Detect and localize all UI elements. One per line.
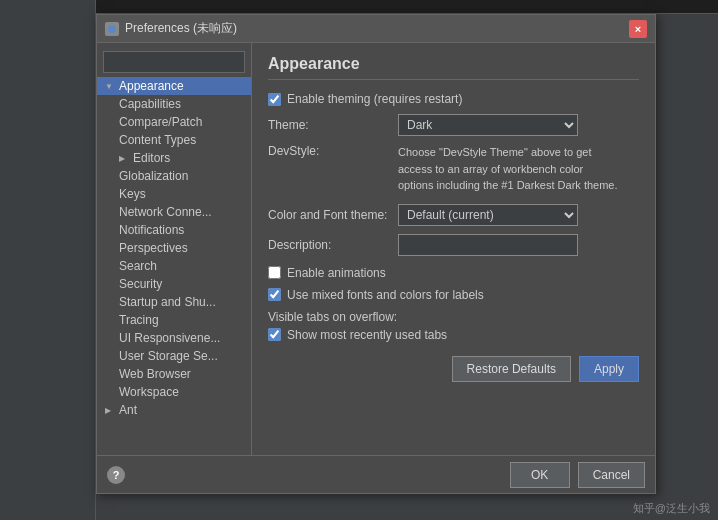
restore-defaults-button[interactable]: Restore Defaults: [452, 356, 571, 382]
preferences-dialog: Preferences (未响应) × ▼ Appearance Capabil…: [96, 14, 656, 494]
search-input[interactable]: [103, 51, 245, 73]
show-most-recent-row: Show most recently used tabs: [268, 328, 639, 342]
enable-animations-row: Enable animations: [268, 266, 639, 280]
sidebar-item-ant[interactable]: ▶ Ant: [97, 401, 251, 419]
titlebar-title: Preferences (未响应): [125, 20, 237, 37]
enable-animations-label: Enable animations: [287, 266, 386, 280]
enable-animations-checkbox[interactable]: [268, 266, 281, 279]
theme-label: Theme:: [268, 118, 398, 132]
help-button[interactable]: ?: [107, 466, 125, 484]
enable-theming-label: Enable theming (requires restart): [287, 92, 462, 106]
enable-theming-row: Enable theming (requires restart): [268, 92, 639, 106]
theme-row: Theme: Dark Light Classic: [268, 114, 639, 136]
sidebar-item-perspectives[interactable]: Perspectives: [97, 239, 251, 257]
sidebar-item-workspace[interactable]: Workspace: [97, 383, 251, 401]
sidebar-item-content-types[interactable]: Content Types: [97, 131, 251, 149]
arrow-icon: ▶: [105, 406, 115, 415]
content-title: Appearance: [268, 55, 639, 80]
sidebar-item-keys[interactable]: Keys: [97, 185, 251, 203]
sidebar-item-network-connections[interactable]: Network Conne...: [97, 203, 251, 221]
description-input[interactable]: [398, 234, 578, 256]
sidebar-item-globalization[interactable]: Globalization: [97, 167, 251, 185]
watermark: 知乎@泛生小我: [633, 501, 710, 516]
mixed-fonts-row: Use mixed fonts and colors for labels: [268, 288, 639, 302]
devstyle-label: DevStyle:: [268, 144, 398, 158]
sidebar: ▼ Appearance Capabilities Compare/Patch …: [97, 43, 252, 455]
svg-point-0: [108, 25, 116, 33]
description-row: Description:: [268, 234, 639, 256]
theme-select[interactable]: Dark Light Classic: [398, 114, 578, 136]
color-font-row: Color and Font theme: Default (current): [268, 204, 639, 226]
bottom-toolbar: ? OK Cancel: [97, 455, 655, 493]
titlebar: Preferences (未响应) ×: [97, 15, 655, 43]
bottom-buttons: OK Cancel: [510, 462, 645, 488]
description-label: Description:: [268, 238, 398, 252]
visible-tabs-label: Visible tabs on overflow:: [268, 310, 397, 324]
arrow-icon: ▶: [119, 154, 129, 163]
sidebar-item-capabilities[interactable]: Capabilities: [97, 95, 251, 113]
sidebar-item-security[interactable]: Security: [97, 275, 251, 293]
prefs-icon: [105, 22, 119, 36]
show-most-recent-label: Show most recently used tabs: [287, 328, 447, 342]
show-most-recent-checkbox[interactable]: [268, 328, 281, 341]
enable-theming-checkbox[interactable]: [268, 93, 281, 106]
ok-button[interactable]: OK: [510, 462, 570, 488]
apply-button[interactable]: Apply: [579, 356, 639, 382]
mixed-fonts-label: Use mixed fonts and colors for labels: [287, 288, 484, 302]
devstyle-text: Choose "DevStyle Theme" above to get acc…: [398, 144, 618, 194]
sidebar-item-compare-patch[interactable]: Compare/Patch: [97, 113, 251, 131]
top-bar: [0, 0, 718, 14]
cancel-button[interactable]: Cancel: [578, 462, 645, 488]
sidebar-item-tracing[interactable]: Tracing: [97, 311, 251, 329]
sidebar-item-ui-responsiveness[interactable]: UI Responsivene...: [97, 329, 251, 347]
window-body: ▼ Appearance Capabilities Compare/Patch …: [97, 43, 655, 455]
sidebar-item-appearance[interactable]: ▼ Appearance: [97, 77, 251, 95]
sidebar-item-user-storage[interactable]: User Storage Se...: [97, 347, 251, 365]
devstyle-row: DevStyle: Choose "DevStyle Theme" above …: [268, 144, 639, 194]
sidebar-item-web-browser[interactable]: Web Browser: [97, 365, 251, 383]
arrow-icon: ▼: [105, 82, 115, 91]
sidebar-item-notifications[interactable]: Notifications: [97, 221, 251, 239]
color-font-select[interactable]: Default (current): [398, 204, 578, 226]
editor-bg: [0, 0, 96, 520]
titlebar-left: Preferences (未响应): [105, 20, 237, 37]
close-button[interactable]: ×: [629, 20, 647, 38]
sidebar-item-search[interactable]: Search: [97, 257, 251, 275]
content-area: Appearance Enable theming (requires rest…: [252, 43, 655, 455]
mixed-fonts-checkbox[interactable]: [268, 288, 281, 301]
sidebar-item-editors[interactable]: ▶ Editors: [97, 149, 251, 167]
color-font-label: Color and Font theme:: [268, 208, 398, 222]
sidebar-item-startup-shutdown[interactable]: Startup and Shu...: [97, 293, 251, 311]
